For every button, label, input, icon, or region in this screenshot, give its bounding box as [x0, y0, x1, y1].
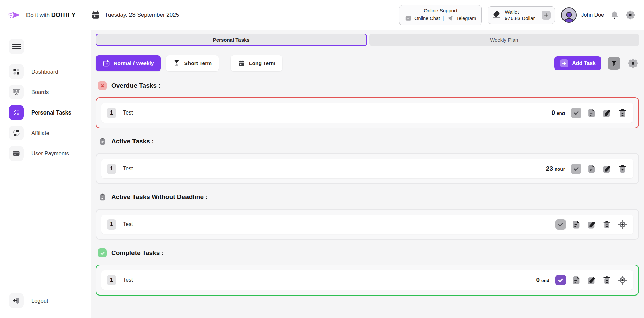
sidebar-item-boards[interactable]: Boards — [0, 85, 91, 99]
checklist-icon — [9, 105, 24, 120]
header-right-group: Online Support Online Chat | Telegram Wa… — [399, 5, 635, 25]
section-container: 1 Test 23hour — [96, 153, 639, 184]
main-content: Personal TasksWeekly Plan Normal / Weekl… — [91, 30, 644, 318]
section-container: 1 Test 0end — [96, 97, 639, 128]
close-icon — [98, 81, 107, 90]
tab-personal-tasks[interactable]: Personal Tasks — [96, 34, 367, 46]
doitify-logo-icon — [7, 10, 23, 20]
wallet-icon — [492, 10, 501, 20]
task-delete-button[interactable] — [617, 108, 628, 118]
filter-tasks-button[interactable] — [608, 57, 620, 70]
section-active-tasks: Active Tasks : 1 Test 23hour — [96, 137, 639, 184]
online-support-card: Online Support Online Chat | Telegram — [399, 5, 482, 25]
logout-button[interactable]: Logout — [9, 293, 48, 308]
task-number-badge: 1 — [107, 108, 116, 118]
section-overdue-tasks: Overdue Tasks : 1 Test 0end — [96, 81, 639, 128]
tab-weekly-plan[interactable]: Weekly Plan — [369, 34, 639, 46]
task-edit-button[interactable] — [586, 219, 597, 230]
add-task-button[interactable]: Add Task — [554, 56, 601, 70]
filter-label: Short Term — [184, 60, 212, 66]
task-delete-button[interactable] — [602, 275, 612, 285]
brand-text: Do it with DOITIFY — [26, 12, 76, 19]
note-icon — [571, 275, 581, 285]
current-date: Tuesday, 23 September 2025 — [91, 10, 179, 20]
clipboard-icon — [98, 137, 107, 146]
task-note-button[interactable] — [571, 219, 581, 230]
filter-normal-weekly[interactable]: Normal / Weekly — [96, 55, 161, 71]
task-settings-button[interactable] — [627, 57, 639, 70]
support-separator: | — [443, 16, 444, 21]
clipboard-icon — [98, 193, 107, 201]
notifications-button[interactable] — [610, 11, 619, 20]
task-delete-button[interactable] — [602, 219, 612, 230]
filter-label: Normal / Weekly — [114, 60, 154, 66]
task-note-button[interactable] — [571, 275, 581, 285]
plus-icon — [544, 13, 548, 17]
sidebar-item-label: Dashboard — [31, 69, 58, 75]
section-header: Active Tasks Without Deadline : — [98, 193, 639, 201]
task-edit-button[interactable] — [602, 108, 612, 118]
wallet-balance: 976.83 Dollar — [505, 15, 535, 21]
date-label: Tuesday, 23 September 2025 — [105, 12, 179, 18]
view-tabs: Personal TasksWeekly Plan — [96, 34, 639, 46]
sidebar-nav: Dashboard Boards Personal Tasks Affiliat… — [0, 64, 91, 161]
task-complete-checkbox[interactable] — [571, 108, 581, 118]
top-header: Do it with DOITIFY Tuesday, 23 September… — [0, 0, 644, 30]
wallet-topup-button[interactable] — [542, 11, 551, 20]
task-edit-button[interactable] — [586, 275, 597, 285]
trash-icon — [602, 220, 612, 229]
task-complete-checkbox[interactable] — [555, 219, 566, 230]
telegram-link[interactable]: Telegram — [456, 16, 476, 21]
task-duration: 23hour — [546, 165, 565, 172]
task-focus-button[interactable] — [617, 219, 628, 230]
filter-group: Normal / Weekly Short Term Long Term — [96, 55, 288, 71]
filter-long-term[interactable]: Long Term — [231, 55, 282, 71]
avatar[interactable] — [561, 7, 577, 23]
section-container: 1 Test — [96, 209, 639, 240]
section-header: Active Tasks : — [98, 137, 639, 146]
sidebar: Dashboard Boards Personal Tasks Affiliat… — [0, 30, 91, 318]
add-task-label: Add Task — [572, 60, 596, 66]
task-edit-button[interactable] — [602, 164, 612, 174]
section-title: Active Tasks Without Deadline : — [111, 193, 208, 201]
app-root: Do it with DOITIFY Tuesday, 23 September… — [0, 0, 644, 318]
task-sections: Overdue Tasks : 1 Test 0end — [96, 81, 639, 296]
task-focus-button[interactable] — [617, 275, 628, 285]
sidebar-item-label: Boards — [31, 89, 49, 95]
sidebar-item-dashboard[interactable]: Dashboard — [0, 64, 91, 79]
task-delete-button[interactable] — [617, 164, 628, 174]
target-icon — [618, 275, 627, 285]
target-icon — [618, 220, 627, 229]
sidebar-item-label: User Payments — [31, 150, 69, 157]
wallet-card: Wallet 976.83 Dollar — [488, 6, 555, 24]
sidebar-item-user-payments[interactable]: User Payments — [0, 146, 91, 161]
sidebar-item-affiliate[interactable]: Affiliate — [0, 126, 91, 140]
task-number-badge: 1 — [107, 219, 116, 230]
brand-logo: Do it with DOITIFY — [7, 10, 91, 20]
gear-icon — [625, 10, 635, 20]
section-container: 1 Test 0end — [96, 265, 639, 296]
header-settings-button[interactable] — [625, 10, 635, 20]
trash-icon — [602, 275, 612, 285]
plus-icon — [560, 59, 568, 67]
task-note-button[interactable] — [586, 108, 597, 118]
bell-icon — [610, 11, 619, 20]
filter-short-term[interactable]: Short Term — [166, 55, 219, 71]
check-icon — [98, 248, 107, 257]
task-row: 1 Test 0end — [101, 103, 633, 123]
task-actions: 0end — [536, 275, 628, 285]
task-duration-value: 23 — [546, 165, 553, 172]
task-duration: 0end — [551, 109, 565, 117]
task-note-button[interactable] — [586, 164, 597, 174]
logout-label: Logout — [31, 298, 48, 304]
online-chat-link[interactable]: Online Chat — [414, 16, 440, 21]
task-row: 1 Test 23hour — [101, 159, 633, 178]
sidebar-item-personal-tasks[interactable]: Personal Tasks — [0, 105, 91, 120]
hourglass-icon — [173, 60, 180, 67]
sidebar-toggle-button[interactable] — [9, 39, 24, 54]
task-duration-unit: hour — [555, 167, 565, 172]
task-complete-checkbox[interactable] — [555, 275, 566, 285]
task-complete-checkbox[interactable] — [571, 164, 581, 174]
person-icon — [562, 10, 576, 23]
gear-icon — [628, 58, 638, 69]
